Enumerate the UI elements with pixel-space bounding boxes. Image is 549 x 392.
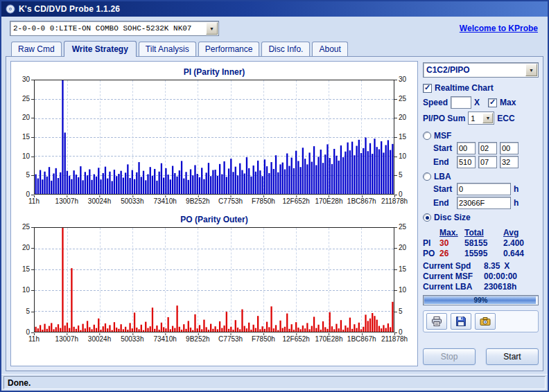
y-tick-label: 15 [399,266,406,273]
top-toolbar: 2-0-0-0 0:LITE-ON COMBO SOHC-5232K NK07 … [1,17,548,40]
y-tick-label: 10 [22,153,30,160]
pipo-sum-select[interactable]: 1 ▼ [468,112,494,125]
x-tick-label: 12F652h [282,336,309,343]
tab-write-strategy[interactable]: Write Strategy [64,41,137,57]
speed-x-label: X [474,98,480,107]
window-title: K's CD/DVD Probe 1.1.26 [19,4,120,14]
stats-table: Max. Total Avg PI 30 58155 2.400 PO 26 1… [423,228,539,258]
radio-lba[interactable] [423,172,431,181]
floppy-icon [455,316,467,327]
x-tick-label: 12F652h [282,198,309,205]
mode-select-arrow[interactable]: ▼ [525,64,537,76]
current-spd-value: 8.35 [484,261,500,271]
x-tick-label: 73410h [153,198,176,205]
progress-bar: 99% [423,295,539,305]
y-tick-label: 20 [22,244,30,251]
pi-y-axis-right: 051015202530 [394,80,415,195]
action-icon-group [423,310,539,332]
welcome-link[interactable]: Welcome to KProbe [460,24,538,33]
pipo-sum-value: 1 [469,114,482,123]
msf-label: MSF [434,131,451,141]
speed-input[interactable] [451,96,471,109]
realtime-checkbox[interactable] [423,84,432,93]
tab-disc-info[interactable]: Disc Info. [261,42,310,56]
control-panel: C1C2/PIPO ▼ Realtime Chart Speed X Max P… [423,61,539,366]
mode-select-value: C1C2/PIPO [424,65,525,75]
y-tick-label: 25 [22,96,30,103]
stats-po-name: PO [423,249,439,258]
x-tick-label: 170E28h [315,198,342,205]
bar-series [35,80,394,194]
msf-start-field-1[interactable] [457,142,476,154]
lba-start-label: Start [433,184,454,194]
y-tick-label: 15 [399,134,406,141]
msf-start-field-3[interactable] [500,142,518,154]
x-tick-label: 211878h [381,198,408,205]
y-tick-label: 10 [22,287,30,294]
print-button[interactable] [426,313,447,330]
lba-start-unit: h [514,184,518,194]
chevron-down-icon: ▼ [209,26,214,31]
max-checkbox[interactable] [488,98,497,107]
msf-end-field-2[interactable] [478,156,497,168]
stats-pi-avg: 2.400 [503,238,535,248]
realtime-label: Realtime Chart [435,83,494,93]
x-tick-label: 11h [28,198,40,205]
x-tick-label: 13007h [55,336,78,343]
msf-end-field-3[interactable] [500,156,518,168]
tab-tilt-analysis[interactable]: Tilt Analysis [139,42,196,56]
y-tick-label: 30 [22,76,30,83]
status-bar: Done. [1,374,548,391]
mode-select[interactable]: C1C2/PIPO ▼ [423,62,539,78]
device-select[interactable]: 2-0-0-0 0:LITE-ON COMBO SOHC-5232K NK07 … [10,21,219,36]
save-button[interactable] [451,313,471,330]
y-tick-label: 25 [399,96,406,103]
x-tick-label: 30024h [88,198,111,205]
x-tick-label: C7753h [218,198,243,205]
snapshot-button[interactable] [475,313,496,330]
stats-pi-total: 58155 [464,238,503,248]
speed-label: Speed [423,98,448,107]
current-spd-label: Current Spd [423,261,480,271]
po-x-axis-labels: 11h13007h30024h50033h73410h9B252hC7753hF… [34,335,394,344]
tab-performance[interactable]: Performance [198,42,260,56]
x-tick-label: 211878h [381,336,408,343]
current-spd-suffix: X [504,261,509,271]
x-tick-label: F7850h [252,336,275,343]
y-tick-label: 5 [399,172,403,179]
pi-chart-title: PI (Parity Inner) [14,67,415,77]
radio-disc-size[interactable] [423,213,431,222]
device-select-value: 2-0-0-0 0:LITE-ON COMBO SOHC-5232K NK07 [10,24,205,33]
lba-label: LBA [434,172,451,181]
lba-end-label: End [433,198,454,208]
y-tick-label: 5 [26,172,30,179]
device-select-arrow[interactable]: ▼ [206,22,218,35]
progress-text: 99% [424,296,538,305]
po-chart-title: PO (Parity Outer) [14,215,415,224]
y-tick-label: 15 [22,266,30,273]
tab-raw-cmd[interactable]: Raw Cmd [11,42,62,56]
printer-icon [431,316,442,327]
x-tick-label: 30024h [88,336,111,343]
lba-end-field[interactable] [457,197,511,209]
radio-msf[interactable] [423,132,431,140]
x-tick-label: 1BC867h [347,198,376,205]
lba-end-unit: h [514,198,518,208]
msf-end-field-1[interactable] [457,156,476,168]
stats-po-max: 26 [439,249,464,258]
x-tick-label: 73410h [153,336,176,343]
bar-series [35,228,394,332]
msf-start-field-2[interactable] [478,142,497,154]
tab-about[interactable]: About [312,42,347,56]
y-tick-label: 30 [399,76,406,83]
stop-button[interactable]: Stop [423,348,476,365]
y-tick-label: 10 [399,153,406,160]
start-button[interactable]: Start [486,348,539,365]
pipo-sum-arrow[interactable]: ▼ [482,113,493,123]
tab-strip: Raw Cmd Write Strategy Tilt Analysis Per… [1,40,548,56]
title-bar: K's CD/DVD Probe 1.1.26 [1,1,548,17]
lba-start-field[interactable] [457,183,511,195]
po-chart: PO (Parity Outer) 0510152025 0510152025 … [14,215,415,344]
x-tick-label: 13007h [55,198,78,205]
pi-chart: PI (Parity Inner) 051015202530 051015202… [14,67,415,206]
